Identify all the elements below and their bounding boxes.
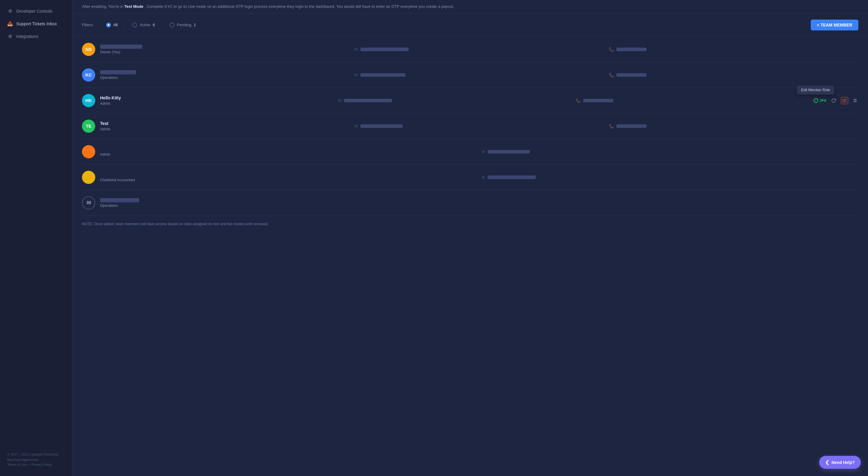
filter-pending-radio bbox=[170, 23, 175, 27]
member-role: Owner (You) bbox=[100, 50, 350, 54]
email-icon: ✉ bbox=[354, 124, 358, 129]
member-email-contact: ✉ bbox=[482, 175, 858, 180]
banner-suffix: ve an additional OTP login process every… bbox=[207, 4, 454, 9]
filter-active[interactable]: Active 6 bbox=[130, 22, 157, 29]
content-area: Filters: All Active 6 Pending 1 + TEA bbox=[72, 13, 868, 476]
email-blur bbox=[361, 124, 403, 128]
name-blur bbox=[100, 70, 136, 74]
avatar bbox=[82, 145, 95, 158]
member-role: Operations bbox=[100, 204, 858, 208]
member-role: Admin bbox=[100, 127, 350, 131]
phone-icon: 📞 bbox=[609, 124, 614, 129]
member-name bbox=[100, 172, 477, 177]
table-row: KC Operations ✉ 📞 bbox=[82, 62, 858, 88]
refresh-icon bbox=[831, 98, 836, 103]
separator: • bbox=[29, 463, 30, 466]
member-phone-contact: 📞 bbox=[609, 47, 858, 52]
main-content: After enabling, You're in Test Mode . Co… bbox=[72, 0, 868, 476]
chevron-left-icon: ❮ bbox=[825, 460, 829, 465]
need-help-label: Need Help? bbox=[832, 460, 855, 465]
filter-divider-1 bbox=[98, 22, 99, 28]
banner-prefix: After enabling, You're in bbox=[82, 4, 124, 9]
filter-all-radio bbox=[106, 23, 111, 27]
edit-icon bbox=[842, 98, 846, 103]
sidebar-item-label: Integrations bbox=[16, 34, 38, 39]
table-row: Chartered Accountant ✉ bbox=[82, 165, 858, 190]
email-icon: ✉ bbox=[338, 98, 341, 103]
avatar-initials: HK bbox=[85, 98, 92, 103]
member-email-contact: ✉ bbox=[338, 98, 571, 103]
sidebar-item-label: Developer Controls bbox=[16, 9, 53, 13]
member-name bbox=[100, 70, 350, 74]
email-icon: ✉ bbox=[482, 175, 485, 180]
need-help-button[interactable]: ❮ Need Help? bbox=[819, 456, 861, 469]
member-name bbox=[100, 44, 350, 49]
refresh-button[interactable] bbox=[830, 97, 837, 104]
sidebar-item-integrations[interactable]: ⚙ Integrations bbox=[0, 30, 72, 43]
avatar-initials: TE bbox=[86, 124, 91, 129]
name-blur bbox=[100, 44, 142, 49]
sidebar: ⚙ Developer Controls 📥 Support Tickets I… bbox=[0, 0, 72, 476]
member-role: Operations bbox=[100, 75, 350, 80]
avatar: NS bbox=[82, 43, 95, 56]
member-name: Test bbox=[100, 121, 350, 126]
phone-blur bbox=[616, 124, 647, 128]
filter-active-count: 6 bbox=[153, 23, 155, 27]
avatar-initials: NS bbox=[86, 47, 92, 52]
member-email-contact: ✉ bbox=[354, 47, 604, 52]
sidebar-item-label: Support Tickets Inbox bbox=[16, 22, 57, 26]
table-row: NS Owner (You) ✉ 📞 bbox=[82, 37, 858, 62]
test-mode-label: Test Mode bbox=[124, 4, 144, 9]
filter-divider-3 bbox=[162, 22, 162, 28]
sidebar-item-support-tickets[interactable]: 📥 Support Tickets Inbox bbox=[0, 18, 72, 30]
email-blur bbox=[361, 47, 409, 51]
phone-blur bbox=[616, 47, 647, 51]
phone-blur bbox=[583, 99, 613, 102]
member-phone-contact: 📞 bbox=[576, 98, 809, 103]
filter-divider-2 bbox=[125, 22, 125, 28]
member-info: Operations bbox=[100, 70, 350, 80]
avatar-initials: KC bbox=[85, 72, 92, 77]
merchant-agreement-link[interactable]: Merchant Agreement bbox=[7, 458, 38, 462]
twofa-badge: ✓ 2FA bbox=[813, 98, 827, 103]
trash-icon bbox=[853, 98, 857, 103]
phone-icon: 📞 bbox=[609, 73, 614, 77]
member-info: Operations bbox=[100, 198, 858, 208]
phone-icon: 📞 bbox=[609, 47, 614, 52]
avatar: TE bbox=[82, 120, 95, 133]
filter-active-label: Active bbox=[140, 23, 150, 27]
sidebar-item-developer-controls[interactable]: ⚙ Developer Controls bbox=[0, 5, 72, 18]
member-info: Hello Kitty Admin bbox=[100, 96, 333, 106]
avatar bbox=[82, 171, 95, 184]
filters-label: Filters: bbox=[82, 23, 94, 27]
terms-of-use-link[interactable]: Terms of Use bbox=[7, 463, 27, 466]
test-mode-banner: After enabling, You're in Test Mode . Co… bbox=[72, 0, 868, 13]
member-phone-contact: 📞 bbox=[609, 73, 858, 77]
member-role: Chartered Accountant bbox=[100, 178, 477, 182]
phone-blur bbox=[616, 73, 647, 77]
add-team-member-button[interactable]: + TEAM MEMBER bbox=[811, 20, 858, 30]
edit-button[interactable] bbox=[841, 97, 848, 104]
name-blur bbox=[100, 198, 139, 202]
members-note: NOTE: Once added, team members will have… bbox=[72, 216, 868, 232]
gear-icon: ⚙ bbox=[7, 8, 13, 14]
member-info: Test Admin bbox=[100, 121, 350, 131]
member-email-contact: ✉ bbox=[482, 149, 858, 154]
edit-member-role-tooltip: Edit Member Role bbox=[797, 86, 834, 95]
delete-button[interactable] bbox=[852, 97, 858, 104]
filter-pending-count: 1 bbox=[194, 23, 196, 27]
email-blur bbox=[344, 99, 392, 102]
email-blur bbox=[361, 73, 406, 77]
member-email-contact: ✉ bbox=[354, 73, 604, 77]
avatar: KC bbox=[82, 68, 95, 81]
privacy-policy-link[interactable]: Privacy Policy bbox=[32, 463, 52, 466]
email-icon: ✉ bbox=[354, 73, 358, 77]
filter-pending[interactable]: Pending 1 bbox=[167, 22, 198, 29]
filter-all[interactable]: All bbox=[104, 22, 120, 29]
member-name: Hello Kitty bbox=[100, 96, 333, 100]
phone-icon: 📞 bbox=[576, 98, 581, 103]
member-actions: ✓ 2FA bbox=[813, 97, 858, 104]
filter-all-label: All bbox=[113, 23, 118, 27]
table-row: Admin ✉ bbox=[82, 139, 858, 165]
email-icon: ✉ bbox=[482, 149, 485, 154]
